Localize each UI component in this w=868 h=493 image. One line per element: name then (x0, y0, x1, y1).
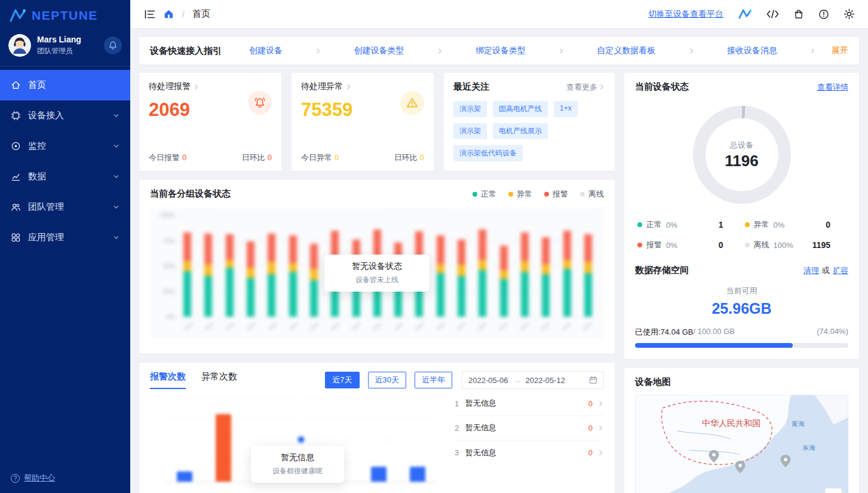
breadcrumb[interactable]: 首页 (192, 8, 210, 20)
x-axis-label (499, 323, 507, 330)
stacked-bar (289, 215, 297, 317)
guide-step[interactable]: 绑定设备类型 (476, 45, 526, 56)
sidebar-item-team-manage[interactable]: 团队管理 (0, 192, 130, 222)
chart-bar (410, 467, 425, 482)
chevron-right-icon (437, 48, 443, 54)
pending-alarm-title[interactable]: 待处理报警 (149, 81, 272, 92)
range-30d[interactable]: 近30天 (368, 372, 406, 388)
focus-tag[interactable]: 电机产线展示 (493, 123, 548, 139)
focus-tag[interactable]: 演示架 (453, 101, 487, 117)
question-circle-icon: ? (11, 474, 20, 483)
device-map[interactable]: 中华人民共和国 黄海 东海 + (635, 395, 848, 493)
view-more-link[interactable]: 查看更多 (566, 82, 605, 93)
group-chart-title: 当前各分组设备状态 (150, 188, 231, 200)
notification-bell-icon[interactable] (104, 36, 122, 54)
chart-bar (177, 471, 192, 482)
range-7d[interactable]: 近7天 (325, 372, 359, 388)
clean-link[interactable]: 清理 (803, 265, 819, 276)
x-axis-label (310, 323, 318, 330)
date-from: 2022-05-06 (468, 376, 508, 385)
rank-list-item[interactable]: 3暂无信息0 (455, 440, 604, 465)
guide-step[interactable]: 自定义数据看板 (597, 45, 655, 56)
device-map-title: 设备地图 (635, 376, 671, 388)
tab-abnormal-count[interactable]: 异常次数 (201, 371, 237, 389)
pending-abnormal-title[interactable]: 待处理异常 (301, 81, 424, 92)
chevron-right-icon (345, 84, 352, 90)
available-value: 25.96GB (635, 300, 848, 317)
info-exclamation-icon[interactable] (818, 9, 829, 20)
stacked-bar (226, 215, 234, 317)
device-status-card: 当前设备状态 查看详情 总设备 1196 正常0%1异常0%0报警0% (624, 73, 859, 359)
breadcrumb-separator: / (182, 10, 185, 19)
code-icon[interactable] (766, 10, 779, 19)
total-text: / 100.00 GB (694, 327, 735, 338)
focus-tag[interactable]: 1+x (554, 101, 578, 117)
guide-step[interactable]: 创建设备类型 (354, 45, 404, 56)
trend-tabs: 报警次数异常次数 (150, 371, 237, 389)
svg-text:+: + (830, 490, 837, 493)
switch-platform-link[interactable]: 切换至设备查看平台 (648, 9, 723, 20)
storage-progress-fill (635, 343, 793, 348)
chart-bar (371, 467, 387, 482)
collapse-menu-icon[interactable] (145, 10, 155, 19)
brand-logo[interactable]: NEPTUNE (0, 0, 130, 29)
guide-step[interactable]: 接收设备消息 (727, 45, 777, 56)
date-range-picker[interactable]: 2022-05-06 → 2022-05-12 (462, 371, 604, 389)
storage-section: 数据存储空间 清理 或 扩容 当前可用 25.96GB 已使用:74.04 (635, 265, 848, 348)
x-axis-label (562, 323, 571, 330)
x-axis-label (205, 323, 213, 330)
map-sea-label: 东海 (802, 444, 815, 451)
date-to: 2022-05-12 (526, 376, 566, 385)
sidebar-item-home[interactable]: 首页 (0, 70, 130, 100)
expand-link[interactable]: 展开 (832, 45, 848, 56)
focus-tag[interactable]: 固高电机产线 (493, 101, 548, 117)
guide-steps: 创建设备创建设备类型绑定设备类型自定义数据看板接收设备消息 (249, 45, 832, 56)
guide-title: 设备快速接入指引 (150, 45, 222, 57)
sidebar-item-monitor[interactable]: 监控 (0, 131, 130, 161)
range-buttons: 近7天近30天近半年 (325, 372, 452, 388)
x-axis-label (415, 323, 424, 330)
sidebar-item-data[interactable]: 数据 (0, 161, 130, 192)
zoom-in-button[interactable]: + (825, 488, 842, 493)
pending-alarm-card: 待处理报警 2069 今日报警0 日环比0 (139, 73, 281, 171)
focus-tag[interactable]: 演示架低代码设备 (453, 145, 523, 161)
sidebar: NEPTUNE Mars Liang 团队管理员 首页设备接入监控数据团队管理应… (0, 0, 130, 493)
x-axis-label (373, 323, 381, 330)
range-half-year[interactable]: 近半年 (415, 372, 452, 388)
trend-chart: 暂无信息 设备都很健康呢 (150, 391, 445, 493)
right-column: 当前设备状态 查看详情 总设备 1196 正常0%1异常0%0报警0% (624, 73, 859, 493)
neptune-mini-logo-icon[interactable] (738, 8, 752, 20)
storage-progress-bar (635, 343, 848, 348)
sidebar-item-device-access[interactable]: 设备接入 (0, 100, 130, 131)
topbar-actions: 切换至设备查看平台 (648, 8, 855, 20)
help-center-link[interactable]: ? 帮助中心 (0, 463, 130, 493)
breadcrumb-home-icon[interactable] (163, 8, 174, 20)
view-detail-link[interactable]: 查看详情 (817, 82, 848, 93)
tab-alarm-count[interactable]: 报警次数 (150, 371, 186, 389)
expand-storage-link[interactable]: 扩容 (833, 265, 848, 276)
group-status-card: 当前各分组设备状态 正常异常报警离线 100%75%50%25%0% 暂无设备状… (139, 180, 615, 354)
chevron-right-icon (597, 425, 604, 431)
stacked-bar (563, 215, 571, 317)
avatar (8, 34, 31, 57)
focus-tag[interactable]: 演示架 (453, 123, 487, 139)
settings-gear-icon[interactable] (844, 8, 855, 20)
sidebar-item-app-manage[interactable]: 应用管理 (0, 222, 130, 253)
user-profile[interactable]: Mars Liang 团队管理员 (0, 29, 130, 66)
market-bag-icon[interactable] (793, 9, 804, 20)
status-legend-item: 正常0%1 (637, 219, 739, 230)
x-axis-label (541, 323, 550, 330)
rank-list-item[interactable]: 1暂无信息0 (455, 391, 604, 416)
guide-step[interactable]: 创建设备 (249, 45, 283, 56)
rank-list-item[interactable]: 2暂无信息0 (455, 416, 604, 440)
chevron-right-icon (809, 48, 816, 54)
stacked-bar (521, 215, 529, 317)
team-icon (11, 202, 21, 212)
available-label: 当前可用 (635, 286, 848, 296)
chart-point (298, 436, 305, 443)
main-area: / 首页 切换至设备查看平台 (130, 0, 868, 493)
x-axis-label (289, 323, 297, 330)
x-axis-label (478, 323, 486, 330)
chevron-down-icon (113, 204, 119, 210)
x-axis-label (331, 323, 339, 330)
